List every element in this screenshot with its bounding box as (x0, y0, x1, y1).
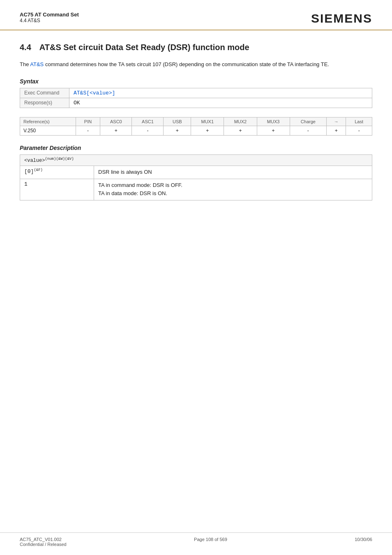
ref-col-mux2: MUX2 (224, 117, 257, 126)
syntax-table: Exec Command AT&S[<value>] Response(s) O… (20, 88, 372, 108)
ref-col-asc0: ASC0 (100, 117, 132, 126)
footer-page: Page 108 of 569 (194, 537, 227, 547)
ref-col-mux1: MUX1 (191, 117, 224, 126)
ref-col-arrow: → (327, 117, 346, 126)
ref-row-usb: + (164, 126, 191, 135)
ref-row-mux3: + (257, 126, 290, 135)
exec-code-text: AT&S[<value>] (74, 90, 115, 96)
header-title: AC75 AT Command Set (20, 12, 79, 18)
footer-confidential: Confidential / Released (20, 542, 67, 547)
param-label-0: [0](&F) (20, 166, 94, 179)
reference-table: Reference(s) PIN ASC0 ASC1 USB MUX1 MUX2… (20, 117, 372, 136)
page-header: AC75 AT Command Set 4.4 AT&S SIEMENS (0, 0, 392, 30)
description: The AT&S command determines how the TA s… (20, 60, 372, 69)
ref-col-mux3: MUX3 (257, 117, 290, 126)
param-label-1: 1 (20, 179, 94, 200)
section-number: 4.4 (20, 43, 31, 52)
ref-row-asc1: - (132, 126, 164, 135)
ref-col-references: Reference(s) (20, 117, 76, 126)
syntax-response-row: Response(s) OK (20, 98, 372, 108)
footer-left: AC75_ATC_V01.002 Confidential / Released (20, 537, 67, 547)
param-row-0: [0](&F) DSR line is always ON (20, 166, 372, 179)
syntax-heading: Syntax (20, 78, 372, 85)
section-title: AT&S Set circuit Data Set Ready (DSR) fu… (39, 43, 249, 52)
ref-row-charge: - (290, 126, 326, 135)
exec-code: AT&S[<value>] (69, 88, 372, 98)
ref-row-arrow: + (327, 126, 346, 135)
page-footer: AC75_ATC_V01.002 Confidential / Released… (0, 532, 392, 547)
header-subtitle: 4.4 AT&S (20, 18, 79, 23)
ref-data-row: V.250 - + - + + + + - + - (20, 126, 372, 135)
ref-col-charge: Charge (290, 117, 326, 126)
ref-header-row: Reference(s) PIN ASC0 ASC1 USB MUX1 MUX2… (20, 117, 372, 126)
ref-row-pin: - (76, 126, 100, 135)
description-link[interactable]: AT&S (30, 61, 44, 67)
param-value-1: TA in command mode: DSR is OFF.TA in dat… (94, 179, 372, 200)
exec-label: Exec Command (20, 88, 69, 98)
header-left: AC75 AT Command Set 4.4 AT&S (20, 12, 79, 23)
param-heading: Parameter Description (20, 145, 372, 151)
param-table: <value>(num)(&W)(&V) [0](&F) DSR line is… (20, 154, 372, 200)
response-label: Response(s) (20, 98, 69, 108)
ref-row-last: - (346, 126, 372, 135)
section-heading: 4.4 AT&S Set circuit Data Set Ready (DSR… (20, 43, 372, 52)
footer-doc-id: AC75_ATC_V01.002 (20, 537, 67, 542)
ref-row-mux2: + (224, 126, 257, 135)
ref-col-last: Last (346, 117, 372, 126)
ref-col-usb: USB (164, 117, 191, 126)
ref-row-mux1: + (191, 126, 224, 135)
ref-row-asc0: + (100, 126, 132, 135)
param-header-cell: <value>(num)(&W)(&V) (20, 154, 372, 166)
ref-row-label: V.250 (20, 126, 76, 135)
page-content: 4.4 AT&S Set circuit Data Set Ready (DSR… (0, 30, 392, 232)
ref-col-pin: PIN (76, 117, 100, 126)
param-row-1: 1 TA in command mode: DSR is OFF.TA in d… (20, 179, 372, 200)
description-text: command determines how the TA sets circu… (44, 61, 329, 67)
ref-col-asc1: ASC1 (132, 117, 164, 126)
footer-date: 10/30/06 (355, 537, 372, 547)
response-code: OK (69, 98, 372, 108)
syntax-exec-row: Exec Command AT&S[<value>] (20, 88, 372, 98)
param-header-row: <value>(num)(&W)(&V) (20, 154, 372, 166)
param-value-0: DSR line is always ON (94, 166, 372, 179)
siemens-logo: SIEMENS (311, 12, 372, 25)
